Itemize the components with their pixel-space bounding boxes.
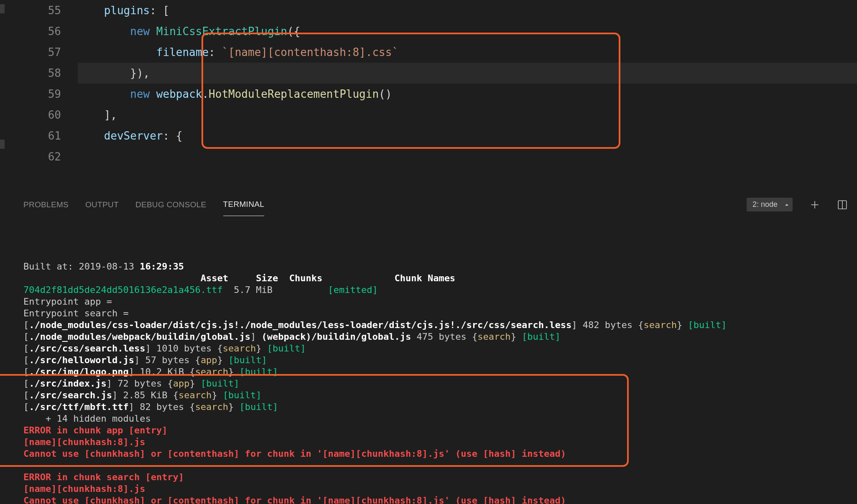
line-number: 61 (7, 125, 61, 146)
terminal-line: + 14 hidden modules (23, 413, 834, 425)
line-number: 58 (7, 63, 61, 84)
terminal-line: Built at: 2019-08-13 16:29:35 (23, 261, 834, 272)
line-number: 59 (7, 84, 61, 104)
code-line[interactable]: devServer: { (78, 125, 857, 146)
activity-strip (0, 0, 7, 193)
line-number: 57 (7, 42, 61, 63)
terminal-line: ERROR in chunk search [entry] (23, 471, 834, 483)
terminal-line: [./node_modules/webpack/buildin/global.j… (23, 331, 834, 343)
panel-tab-problems[interactable]: PROBLEMS (23, 193, 69, 216)
code-line[interactable]: filename: `[name][contenthash:8].css` (78, 42, 857, 63)
terminal-line: [./src/search.js] 2.85 KiB {search} [bui… (23, 389, 834, 401)
terminal-line (23, 460, 834, 471)
code-line[interactable]: plugins: [ (78, 0, 857, 21)
terminal-line: Entrypoint search = (23, 308, 834, 319)
terminal-line: 704d2f81dd5de24dd5016136e2a1a456.ttf 5.7… (23, 284, 834, 296)
terminal-selector[interactable]: 2: node (747, 198, 793, 211)
code-line[interactable]: }), (78, 63, 857, 84)
code-line[interactable]: ], (78, 104, 857, 125)
bottom-panel: PROBLEMSOUTPUTDEBUG CONSOLETERMINAL 2: n… (0, 193, 857, 504)
terminal-line: Cannot use [chunkhash] or [contenthash] … (23, 495, 834, 504)
terminal-line: Asset Size Chunks Chunk Names (23, 272, 834, 284)
terminal-line: Cannot use [chunkhash] or [contenthash] … (23, 448, 834, 460)
terminal-line: [./src/helloworld.js] 57 bytes {app} [bu… (23, 354, 834, 366)
code-line[interactable]: new webpack.HotModuleReplacementPlugin() (78, 84, 857, 104)
terminal-output[interactable]: Built at: 2019-08-13 16:29:35 Asset Size… (0, 216, 857, 504)
split-terminal-icon[interactable] (837, 199, 848, 210)
panel-tabs: PROBLEMSOUTPUTDEBUG CONSOLETERMINAL 2: n… (0, 193, 857, 216)
terminal-line: [./src/img/logo.png] 10.2 KiB {search} [… (23, 366, 834, 378)
terminal-select-value[interactable]: 2: node (747, 198, 793, 211)
panel-tab-debug-console[interactable]: DEBUG CONSOLE (135, 193, 207, 216)
terminal-line: Entrypoint app = (23, 296, 834, 308)
terminal-line: [name][chunkhash:8].js (23, 436, 834, 448)
code-content[interactable]: plugins: [ new MiniCssExtractPlugin({ fi… (78, 0, 857, 193)
terminal-line: [./src/ttf/mbft.ttf] 82 bytes {search} [… (23, 401, 834, 413)
line-number: 56 (7, 21, 61, 42)
code-editor[interactable]: 5556575859606162 plugins: [ new MiniCssE… (0, 0, 857, 193)
line-number-gutter: 5556575859606162 (7, 0, 78, 193)
line-number: 60 (7, 104, 61, 125)
new-terminal-icon[interactable] (809, 199, 820, 210)
panel-tab-output[interactable]: OUTPUT (85, 193, 119, 216)
terminal-line: [./src/css/search.less] 1010 bytes {sear… (23, 343, 834, 354)
code-line[interactable]: new MiniCssExtractPlugin({ (78, 21, 857, 42)
terminal-line: [./src/index.js] 72 bytes {app} [built] (23, 378, 834, 389)
terminal-line: [name][chunkhash:8].js (23, 483, 834, 495)
line-number: 55 (7, 0, 61, 21)
terminal-line: ERROR in chunk app [entry] (23, 425, 834, 436)
line-number: 62 (7, 146, 61, 167)
terminal-line: [./node_modules/css-loader/dist/cjs.js!.… (23, 319, 834, 331)
panel-tab-terminal[interactable]: TERMINAL (223, 193, 264, 216)
